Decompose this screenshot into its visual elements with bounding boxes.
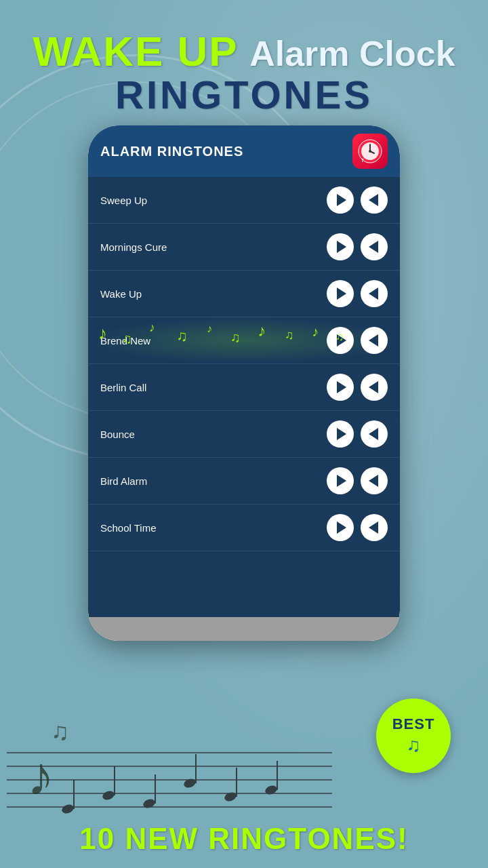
page-header: WAKE UP Alarm Clock RINGTONES <box>0 27 488 117</box>
ringtones-title: RINGTONES <box>0 72 488 117</box>
ringtone-name: School Time <box>100 522 157 534</box>
music-note: ♫ <box>285 328 294 342</box>
alarm-clock-text: Alarm Clock <box>249 34 455 73</box>
music-note: ♫ <box>230 330 241 345</box>
phone-inner: ALARM RINGTONES 7 Sweep Up <box>88 125 400 641</box>
app-icon: 7 <box>352 134 388 169</box>
phone-frame: ALARM RINGTONES 7 Sweep Up <box>88 125 400 641</box>
ringtone-name: Sweep Up <box>100 195 147 206</box>
ringtone-buttons <box>327 420 388 448</box>
ringtone-buttons <box>327 374 388 401</box>
ringtone-buttons <box>327 280 388 307</box>
music-note: ♪ <box>149 321 155 335</box>
ringtone-item: Wake Up <box>88 271 400 317</box>
back-button[interactable] <box>361 327 388 354</box>
back-button[interactable] <box>361 514 388 541</box>
music-note: ♪ <box>312 324 319 340</box>
svg-point-25 <box>264 784 278 795</box>
ringtone-item: Berlin Call <box>88 364 400 411</box>
back-button[interactable] <box>361 467 388 494</box>
play-button[interactable] <box>327 420 354 448</box>
ringtone-item: Bird Alarm <box>88 458 400 505</box>
deco-music-note: ♫ <box>51 717 69 746</box>
ringtone-buttons <box>327 186 388 214</box>
ringtone-name: Brend New <box>100 335 150 347</box>
play-button[interactable] <box>327 280 354 307</box>
ringtone-name: Berlin Call <box>100 382 146 393</box>
svg-point-17 <box>101 789 115 801</box>
ringtone-name: Bird Alarm <box>100 475 147 487</box>
ringtone-name: Mornings Cure <box>100 241 167 253</box>
svg-point-8 <box>369 150 371 153</box>
back-button[interactable] <box>361 374 388 401</box>
back-button[interactable] <box>361 420 388 448</box>
big-note-left-icon: ♪ <box>27 749 54 804</box>
play-button[interactable] <box>327 186 354 214</box>
best-badge: BEST ♫ <box>376 698 451 773</box>
app-title: ALARM RINGTONES <box>100 144 243 159</box>
ringtone-name: Bounce <box>100 429 135 440</box>
svg-text:7: 7 <box>361 158 364 163</box>
footer-text: 10 NEW RINGTONES! <box>0 822 488 856</box>
ringtone-item: School Time <box>88 505 400 551</box>
play-button[interactable] <box>327 514 354 541</box>
svg-point-23 <box>223 791 237 802</box>
music-note: ♪ <box>258 321 266 340</box>
ringtone-item-highlighted: Brend New ♪ ♫ ♪ ♫ ♪ ♫ ♪ ♫ ♪ ♫ <box>88 317 400 364</box>
best-music-note-icon: ♫ <box>407 734 421 756</box>
ringtone-buttons <box>327 514 388 541</box>
svg-point-19 <box>142 797 156 809</box>
back-button[interactable] <box>361 233 388 260</box>
back-button[interactable] <box>361 186 388 214</box>
ringtone-buttons <box>327 467 388 494</box>
app-header: ALARM RINGTONES 7 <box>88 125 400 177</box>
back-button[interactable] <box>361 280 388 307</box>
play-button[interactable] <box>327 327 354 354</box>
ringtone-item: Bounce <box>88 411 400 458</box>
svg-point-21 <box>182 777 197 789</box>
ringtone-buttons <box>327 327 388 354</box>
clock-icon: 7 <box>358 139 382 163</box>
svg-point-15 <box>60 803 75 814</box>
ringtone-item: Sweep Up <box>88 177 400 224</box>
music-note: ♫ <box>176 328 188 345</box>
phone-bottom-bar <box>88 617 400 641</box>
wake-up-text: WAKE UP <box>33 28 238 75</box>
ringtone-name: Wake Up <box>100 288 142 300</box>
best-label: BEST <box>392 715 435 733</box>
ringtone-list: Sweep Up Mornings Cure Wake Up <box>88 177 400 617</box>
play-button[interactable] <box>327 233 354 260</box>
music-note: ♪ <box>207 323 212 335</box>
ringtone-item: Mornings Cure <box>88 224 400 271</box>
play-button[interactable] <box>327 374 354 401</box>
play-button[interactable] <box>327 467 354 494</box>
ringtone-buttons <box>327 233 388 260</box>
